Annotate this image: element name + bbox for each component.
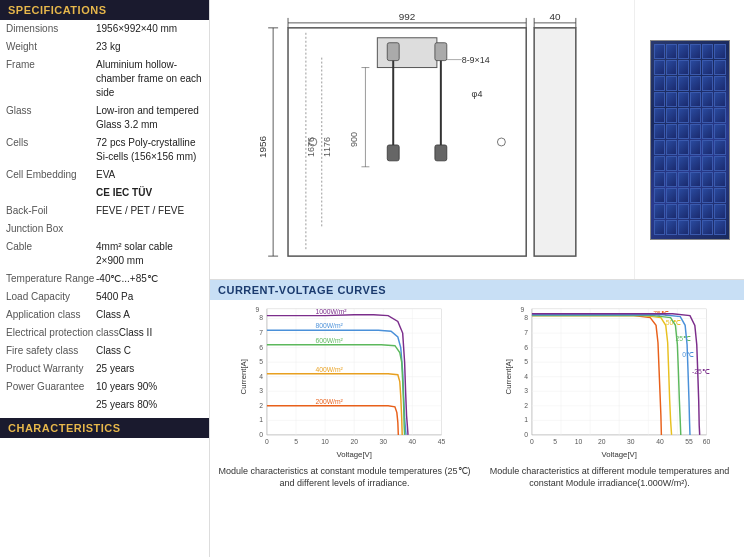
svg-text:5: 5	[524, 358, 528, 365]
svg-text:φ4: φ4	[472, 89, 483, 99]
svg-text:10: 10	[575, 438, 583, 445]
spec-certifications: CE IEC TÜV	[0, 184, 209, 202]
svg-text:600W/m²: 600W/m²	[315, 337, 343, 344]
spec-value-elec-class: Class II	[119, 326, 203, 340]
svg-text:55: 55	[685, 438, 693, 445]
spec-value-fire-class: Class C	[96, 344, 203, 358]
chart-temperature: 0 1 2 3 4 5 6 7 8 9 Current[A] 0	[479, 304, 740, 553]
spec-label-warranty: Product Warranty	[6, 362, 96, 376]
curves-section: CURRENT-VOLTAGE CURVES	[210, 280, 744, 557]
spec-label-power-guarantee: Power Guarantee	[6, 380, 96, 394]
svg-rect-18	[377, 38, 437, 68]
spec-fire-class: Fire safety class Class C	[0, 342, 209, 360]
svg-text:20: 20	[350, 438, 358, 445]
spec-value-cells: 72 pcs Poly-crystalline Si-cells (156×15…	[96, 136, 203, 164]
spec-value-temp: -40℃...+85℃	[96, 272, 203, 286]
spec-label-glass: Glass	[6, 104, 96, 118]
svg-text:40: 40	[549, 11, 561, 22]
spec-weight: Weight 23 kg	[0, 38, 209, 56]
characteristics-header: CHARACTERISTICS	[0, 418, 209, 438]
spec-backfoil: Back-Foil FEVE / PET / FEVE	[0, 202, 209, 220]
svg-text:8: 8	[524, 314, 528, 321]
spec-value-cell-embedding: EVA	[96, 168, 203, 182]
svg-text:3: 3	[524, 387, 528, 394]
svg-text:Voltage[V]: Voltage[V]	[602, 450, 637, 459]
technical-diagram: 992 40 1956	[257, 8, 587, 271]
spec-value-glass: Low-iron and tempered Glass 3.2 mm	[96, 104, 203, 132]
spec-value-app-class: Class A	[96, 308, 203, 322]
spec-value-power-guarantee: 10 years 90%	[96, 380, 203, 394]
svg-text:8-9×14: 8-9×14	[462, 55, 490, 65]
spec-frame: Frame Aluminium hollow-chamber frame on …	[0, 56, 209, 102]
spec-load: Load Capacity 5400 Pa	[0, 288, 209, 306]
svg-text:200W/m²: 200W/m²	[315, 398, 343, 405]
svg-text:7: 7	[524, 329, 528, 336]
spec-label-dimensions: Dimensions	[6, 22, 96, 36]
spec-cable: Cable 4mm² solar cable 2×900 mm	[0, 238, 209, 270]
spec-label-fire-class: Fire safety class	[6, 344, 96, 358]
svg-text:6: 6	[259, 344, 263, 351]
diagram-area: 992 40 1956	[210, 0, 744, 280]
svg-text:992: 992	[399, 11, 416, 22]
chart2-caption: Module characteristics at different modu…	[479, 466, 740, 489]
spec-value-frame: Aluminium hollow-chamber frame on each s…	[96, 58, 203, 100]
svg-text:30: 30	[380, 438, 388, 445]
svg-text:9: 9	[520, 306, 524, 313]
svg-text:2: 2	[524, 402, 528, 409]
svg-text:5: 5	[259, 358, 263, 365]
chart1-caption: Module characteristics at constant modul…	[214, 466, 475, 489]
spec-label-cable: Cable	[6, 240, 96, 254]
svg-text:1956: 1956	[257, 135, 268, 158]
svg-text:0: 0	[530, 438, 534, 445]
svg-text:4: 4	[259, 373, 263, 380]
chart-temperature-svg: 0 1 2 3 4 5 6 7 8 9 Current[A] 0	[479, 304, 740, 464]
spec-label-elec-class: Electrical protection class	[6, 326, 119, 340]
svg-text:0: 0	[524, 431, 528, 438]
spec-elec-class: Electrical protection class Class II	[0, 324, 209, 342]
spec-dimensions: Dimensions 1956×992×40 mm	[0, 20, 209, 38]
spec-app-class: Application class Class A	[0, 306, 209, 324]
svg-text:1676: 1676	[306, 137, 316, 157]
svg-text:10: 10	[321, 438, 329, 445]
curves-content: 0 1 2 3 4 5 6 7 8 9 Current[A] 0	[210, 300, 744, 557]
spec-value-cable: 4mm² solar cable 2×900 mm	[96, 240, 203, 268]
spec-junction: Junction Box	[0, 220, 209, 238]
spec-cells: Cells 72 pcs Poly-crystalline Si-cells (…	[0, 134, 209, 166]
spec-glass: Glass Low-iron and tempered Glass 3.2 mm	[0, 102, 209, 134]
svg-text:Voltage[V]: Voltage[V]	[337, 450, 372, 459]
svg-rect-19	[387, 43, 399, 61]
svg-text:1: 1	[524, 416, 528, 423]
solar-panel-image: // This will be rendered via CSS grid	[634, 0, 744, 279]
svg-text:900: 900	[349, 132, 359, 147]
spec-value-warranty: 25 years	[96, 362, 203, 376]
spec-label-junction: Junction Box	[6, 222, 96, 236]
diagram-main: 992 40 1956	[210, 0, 634, 279]
svg-text:7: 7	[259, 329, 263, 336]
spec-label-cell-embedding: Cell Embedding	[6, 168, 96, 182]
solar-panel-visual: // This will be rendered via CSS grid	[650, 40, 730, 240]
right-panel: 992 40 1956	[210, 0, 744, 557]
spec-cell-embedding: Cell Embedding EVA	[0, 166, 209, 184]
svg-rect-23	[387, 145, 399, 161]
svg-text:40: 40	[656, 438, 664, 445]
spec-value-dimensions: 1956×992×40 mm	[96, 22, 203, 36]
specs-panel: SPECIFICATIONS Dimensions 1956×992×40 mm…	[0, 0, 210, 557]
spec-label-weight: Weight	[6, 40, 96, 54]
svg-text:45: 45	[438, 438, 446, 445]
svg-text:60: 60	[703, 438, 711, 445]
spec-label-load: Load Capacity	[6, 290, 96, 304]
svg-rect-24	[435, 145, 447, 161]
spec-power-guarantee: Power Guarantee 10 years 90%	[0, 378, 209, 396]
svg-text:9: 9	[255, 306, 259, 313]
svg-text:-25℃: -25℃	[692, 368, 710, 375]
svg-text:1000W/m²: 1000W/m²	[315, 308, 347, 315]
svg-text:20: 20	[598, 438, 606, 445]
spec-label-cells: Cells	[6, 136, 96, 150]
svg-text:40: 40	[409, 438, 417, 445]
chart-irradiance: 0 1 2 3 4 5 6 7 8 9 Current[A] 0	[214, 304, 475, 553]
svg-point-33	[497, 138, 505, 146]
svg-text:5: 5	[294, 438, 298, 445]
svg-text:6: 6	[524, 344, 528, 351]
spec-value-weight: 23 kg	[96, 40, 203, 54]
svg-text:25℃: 25℃	[675, 335, 691, 342]
